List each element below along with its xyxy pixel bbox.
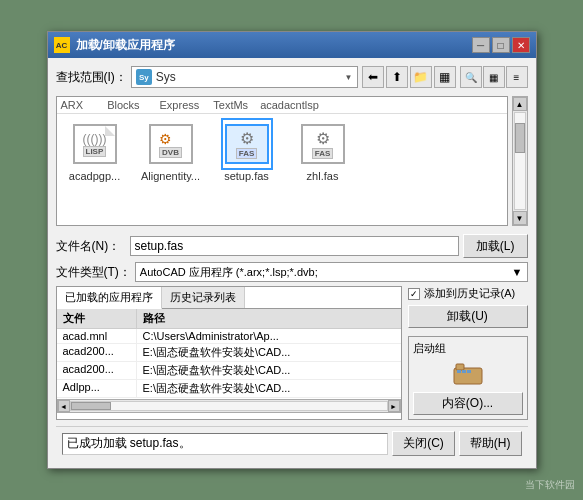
file-icon-alignentity: ⚙ DVB	[147, 120, 195, 168]
file-header-row: ARX Blocks Express TextMs acadacntlsp	[57, 97, 507, 114]
window-content: 查找范围(I)： Sy Sys ▼ ⬅ ⬆ 📁 ▦ 🔍 ▦ ≡	[48, 58, 536, 468]
search-label: 查找范围(I)：	[56, 69, 127, 86]
vertical-scrollbar[interactable]: ▲ ▼	[512, 96, 528, 226]
cell-file-1: acad.mnl	[57, 329, 137, 343]
startup-icon	[452, 360, 484, 388]
filetype-row: 文件类型(T)： AutoCAD 应用程序 (*.arx;*.lsp;*.dvb…	[56, 262, 528, 282]
search-combo-arrow: ▼	[345, 73, 353, 82]
folder-button[interactable]: 📁	[410, 66, 432, 88]
loaded-apps-panel: 已加载的应用程序 历史记录列表 文件 路径 acad.mnl C:\Users\…	[56, 286, 402, 420]
search-combo-icon: Sy	[136, 69, 152, 85]
status-text: 已成功加载 setup.fas。	[62, 433, 389, 455]
unload-button[interactable]: 卸载(U)	[408, 305, 528, 328]
table-row: acad200... E:\固态硬盘软件安装处\CAD...	[57, 362, 401, 380]
right-panel: ✓ 添加到历史记录(A) 卸载(U) 启动组	[408, 286, 528, 420]
filetype-arrow: ▼	[512, 266, 523, 278]
svg-rect-1	[456, 364, 464, 370]
cell-file-3: acad200...	[57, 362, 137, 379]
minimize-button[interactable]: ─	[472, 37, 490, 53]
view-icons: 🔍 ▦ ≡	[460, 66, 528, 88]
file-browser-area: ARX Blocks Express TextMs acadacntlsp ((…	[56, 96, 528, 226]
svg-rect-2	[457, 370, 461, 373]
close-button[interactable]: ✕	[512, 37, 530, 53]
search-combo-text: Sys	[156, 70, 341, 84]
file-label-zhlfas: zhl.fas	[307, 170, 339, 182]
col-blocks: Blocks	[107, 99, 139, 111]
svg-rect-3	[462, 370, 466, 373]
filename-input[interactable]	[130, 236, 459, 256]
tab-history[interactable]: 历史记录列表	[162, 287, 245, 308]
search-combo[interactable]: Sy Sys ▼	[131, 66, 358, 88]
toolbar-icons: ⬅ ⬆ 📁 ▦	[362, 66, 456, 88]
file-icon-setupfas: ⚙ FAS	[223, 120, 271, 168]
file-item-acadpgp[interactable]: ((())) LISP acadpgp...	[61, 120, 129, 182]
scroll-right-btn[interactable]: ►	[388, 400, 400, 412]
scroll-down-btn[interactable]: ▼	[513, 211, 527, 225]
col-header-path: 路径	[137, 309, 401, 328]
col-acadacnt: acadacntlsp	[260, 99, 319, 111]
cell-path-2: E:\固态硬盘软件安装处\CAD...	[137, 344, 401, 361]
table-row: acad200... E:\固态硬盘软件安装处\CAD...	[57, 344, 401, 362]
up-button[interactable]: ⬆	[386, 66, 408, 88]
tab-loaded[interactable]: 已加载的应用程序	[57, 287, 162, 309]
file-list: ARX Blocks Express TextMs acadacntlsp ((…	[56, 96, 508, 226]
file-icon-acadpgp: ((())) LISP	[71, 120, 119, 168]
cell-path-4: E:\固态硬盘软件安装处\CAD...	[137, 380, 401, 397]
col-header-file: 文件	[57, 309, 137, 328]
filetype-label: 文件类型(T)：	[56, 264, 131, 281]
cell-path-1: C:\Users\Administrator\Ap...	[137, 329, 401, 343]
file-item-zhlfas[interactable]: ⚙ FAS zhl.fas	[289, 120, 357, 182]
table-row: Adlpp... E:\固态硬盘软件安装处\CAD...	[57, 380, 401, 398]
title-bar: AC 加载/卸载应用程序 ─ □ ✕	[48, 32, 536, 58]
maximize-button[interactable]: □	[492, 37, 510, 53]
file-icon-zhlfas: ⚙ FAS	[299, 120, 347, 168]
close-btn[interactable]: 关闭(C)	[392, 431, 455, 456]
search-icon[interactable]: 🔍	[460, 66, 482, 88]
cell-file-4: Adlpp...	[57, 380, 137, 397]
col-arx: ARX	[61, 99, 84, 111]
file-label-alignentity: Alignentity...	[141, 170, 200, 182]
svg-rect-4	[467, 370, 471, 373]
panel-header: 文件 路径	[57, 309, 401, 329]
col-textms: TextMs	[213, 99, 248, 111]
dvb-icon: ⚙ DVB	[149, 124, 193, 164]
col-express: Express	[160, 99, 200, 111]
cell-file-2: acad200...	[57, 344, 137, 361]
scroll-track	[514, 112, 526, 210]
scroll-up-btn[interactable]: ▲	[513, 97, 527, 111]
lisp-icon: ((())) LISP	[73, 124, 117, 164]
filetype-select[interactable]: AutoCAD 应用程序 (*.arx;*.lsp;*.dvb; ▼	[135, 262, 528, 282]
add-history-checkbox[interactable]: ✓	[408, 288, 420, 300]
scroll-thumb[interactable]	[515, 123, 525, 153]
fas-icon-setup: ⚙ FAS	[225, 124, 269, 164]
table-row: acad.mnl C:\Users\Administrator\Ap...	[57, 329, 401, 344]
file-item-alignentity[interactable]: ⚙ DVB Alignentity...	[137, 120, 205, 182]
file-label-acadpgp: acadpgp...	[69, 170, 120, 182]
scroll-h-thumb[interactable]	[71, 402, 111, 410]
back-button[interactable]: ⬅	[362, 66, 384, 88]
view-toggle-icon[interactable]: ▦	[483, 66, 505, 88]
load-button[interactable]: 加载(L)	[463, 234, 528, 258]
file-item-setupfas[interactable]: ⚙ FAS setup.fas	[213, 120, 281, 182]
bottom-buttons: 关闭(C) 帮助(H)	[392, 431, 521, 456]
cell-path-3: E:\固态硬盘软件安装处\CAD...	[137, 362, 401, 379]
window-title: 加载/卸载应用程序	[76, 37, 175, 54]
file-label-setupfas: setup.fas	[224, 170, 269, 182]
panel-rows: acad.mnl C:\Users\Administrator\Ap... ac…	[57, 329, 401, 399]
scroll-left-btn[interactable]: ◄	[58, 400, 70, 412]
checkbox-row: ✓ 添加到历史记录(A)	[408, 286, 528, 301]
horizontal-scrollbar[interactable]: ◄ ►	[57, 399, 401, 413]
content-button[interactable]: 内容(O)...	[413, 392, 523, 415]
title-controls: ─ □ ✕	[472, 37, 530, 53]
help-btn[interactable]: 帮助(H)	[459, 431, 522, 456]
bottom-section: 已加载的应用程序 历史记录列表 文件 路径 acad.mnl C:\Users\…	[56, 286, 528, 420]
status-bar: 已成功加载 setup.fas。 关闭(C) 帮助(H)	[56, 426, 528, 460]
filename-row: 文件名(N)： 加载(L)	[56, 234, 528, 258]
new-folder-button[interactable]: ▦	[434, 66, 456, 88]
filetype-value: AutoCAD 应用程序 (*.arx;*.lsp;*.dvb;	[140, 265, 318, 280]
checkbox-label: 添加到历史记录(A)	[424, 286, 516, 301]
details-icon[interactable]: ≡	[506, 66, 528, 88]
startup-group: 启动组 内容(O)...	[408, 336, 528, 420]
main-window: AC 加载/卸载应用程序 ─ □ ✕ 查找范围(I)： Sy Sys ▼ ⬅ ⬆	[47, 31, 537, 469]
search-row: 查找范围(I)： Sy Sys ▼ ⬅ ⬆ 📁 ▦ 🔍 ▦ ≡	[56, 66, 528, 88]
